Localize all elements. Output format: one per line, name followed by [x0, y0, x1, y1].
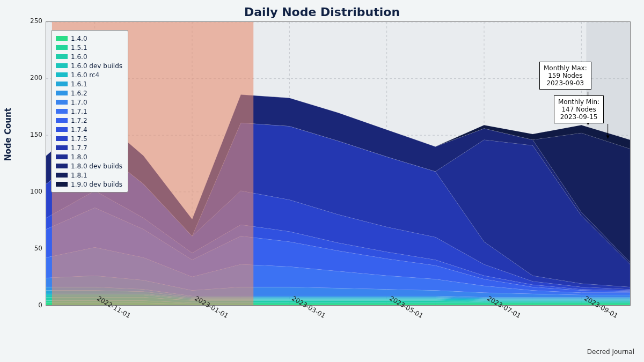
legend-label: 1.7.5	[71, 135, 87, 143]
credit-line: Decred Journal	[587, 348, 634, 356]
legend-item: 1.6.2	[56, 88, 122, 98]
legend-label: 1.6.0 rc4	[71, 71, 99, 79]
legend-item: 1.7.7	[56, 143, 122, 152]
annotation-min-line1: Monthly Min:	[558, 98, 599, 106]
legend-swatch	[56, 63, 68, 68]
legend-swatch	[56, 118, 68, 123]
legend-label: 1.7.4	[71, 125, 87, 134]
legend-swatch	[56, 173, 68, 178]
legend-label: 1.7.1	[71, 107, 87, 116]
legend-label: 1.6.0	[71, 53, 87, 61]
y-tick-label: 150	[21, 131, 42, 138]
y-tick-label: 200	[21, 74, 42, 82]
annotation-max: Monthly Max: 159 Nodes 2023-09-03	[539, 62, 591, 90]
y-tick-label: 250	[21, 17, 42, 25]
legend-label: 1.5.1	[71, 43, 87, 52]
annotation-max-line1: Monthly Max:	[544, 64, 587, 72]
legend-swatch	[56, 136, 68, 141]
legend-swatch	[56, 36, 68, 41]
legend-swatch	[56, 154, 68, 159]
legend-swatch	[56, 127, 68, 132]
legend-label: 1.6.2	[71, 89, 87, 98]
legend-swatch	[56, 109, 68, 114]
legend-swatch	[56, 145, 68, 150]
legend-item: 1.7.1	[56, 107, 122, 116]
legend-item: 1.7.4	[56, 125, 122, 134]
legend-label: 1.8.1	[71, 171, 87, 180]
legend-swatch	[56, 182, 68, 187]
y-tick-label: 0	[21, 301, 42, 309]
y-axis-label: Node Count	[3, 108, 13, 161]
legend-swatch	[56, 91, 68, 95]
legend-item: 1.7.2	[56, 116, 122, 125]
annotation-max-line2: 159 Nodes	[544, 72, 587, 79]
legend-item: 1.6.1	[56, 79, 122, 88]
legend-swatch	[56, 100, 68, 105]
legend-label: 1.7.7	[71, 144, 87, 152]
legend-item: 1.6.0 rc4	[56, 70, 122, 79]
legend-item: 1.8.1	[56, 171, 122, 180]
legend-item: 1.6.0 dev builds	[56, 61, 122, 70]
legend-item: 1.8.0 dev builds	[56, 161, 122, 171]
legend-label: 1.8.0	[71, 153, 87, 161]
legend-swatch	[56, 72, 68, 77]
legend-item: 1.6.0	[56, 52, 122, 61]
legend-item: 1.9.0 dev builds	[56, 180, 122, 189]
annotation-min-line3: 2023-09-15	[558, 113, 599, 121]
annotation-min-line2: 147 Nodes	[558, 106, 599, 113]
legend-label: 1.7.2	[71, 116, 87, 125]
legend-swatch	[56, 54, 68, 59]
legend-item: 1.8.0	[56, 152, 122, 161]
legend-label: 1.6.0 dev builds	[71, 62, 122, 70]
legend-item: 1.4.0	[56, 34, 122, 43]
legend-swatch	[56, 82, 68, 86]
legend-label: 1.6.1	[71, 80, 87, 88]
y-tick-label: 50	[21, 245, 42, 252]
legend-label: 1.8.0 dev builds	[71, 162, 122, 171]
legend-swatch	[56, 45, 68, 50]
annotation-min: Monthly Min: 147 Nodes 2023-09-15	[554, 95, 604, 123]
legend-item: 1.5.1	[56, 43, 122, 52]
legend-label: 1.7.0	[71, 98, 87, 107]
legend-swatch	[56, 164, 68, 168]
legend-label: 1.4.0	[71, 34, 87, 43]
chart-title: Daily Node Distribution	[0, 5, 644, 19]
legend: 1.4.01.5.11.6.01.6.0 dev builds1.6.0 rc4…	[51, 30, 128, 193]
legend-item: 1.7.5	[56, 134, 122, 143]
y-tick-label: 100	[21, 188, 42, 195]
legend-item: 1.7.0	[56, 98, 122, 107]
legend-label: 1.9.0 dev builds	[71, 180, 122, 189]
annotation-max-line3: 2023-09-03	[544, 79, 587, 87]
